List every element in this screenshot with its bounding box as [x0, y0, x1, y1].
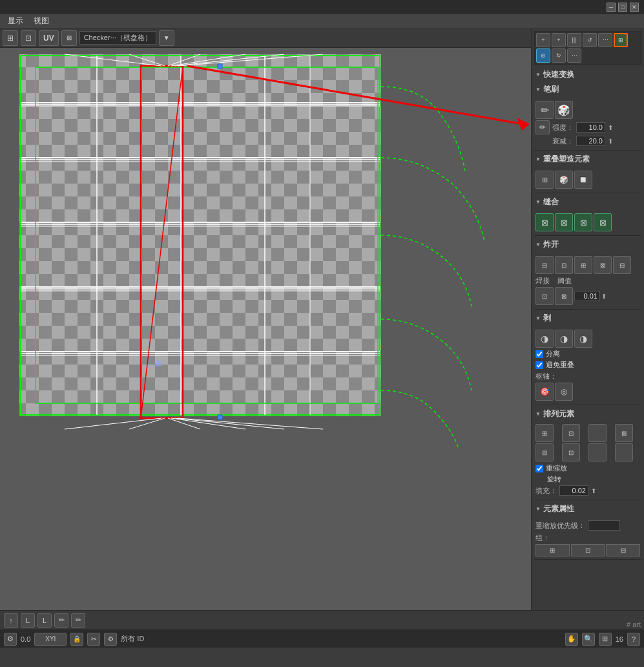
- checker-label[interactable]: Checker···（棋盘格）: [79, 31, 156, 45]
- sew-btn-1[interactable]: ⊠: [535, 213, 554, 231]
- menu-view[interactable]: 视图: [28, 16, 54, 26]
- strength-stepper[interactable]: ⬆: [608, 124, 613, 131]
- arrange-btn-4[interactable]: ⊠: [615, 424, 633, 442]
- status-zoom: 16: [616, 635, 623, 643]
- minimize-button[interactable]: ─: [607, 3, 616, 12]
- status-icon-btn3[interactable]: ⚙: [104, 633, 117, 646]
- group-btn-3[interactable]: ⊟: [606, 544, 640, 556]
- fill-input[interactable]: [559, 485, 588, 496]
- brush-btn-2[interactable]: 🎲: [555, 101, 573, 119]
- scale-checkbox[interactable]: [535, 465, 543, 472]
- sew-btn-4[interactable]: ⊠: [594, 213, 612, 231]
- section-header-arrange[interactable]: 排列元素: [534, 407, 641, 421]
- bottom-tool-pen1[interactable]: ✏: [54, 613, 68, 628]
- status-search-btn[interactable]: 🔍: [582, 633, 595, 646]
- group-btn-2[interactable]: ⊡: [571, 544, 605, 556]
- uv-label-btn[interactable]: UV: [39, 30, 59, 46]
- qt-btn-vert[interactable]: |||: [567, 33, 581, 47]
- maximize-button[interactable]: □: [618, 3, 627, 12]
- arrange-btn-2[interactable]: ⊡: [562, 424, 580, 442]
- arrange-btn-7[interactable]: [588, 443, 607, 461]
- sew-btn-2[interactable]: ⊠: [555, 213, 573, 231]
- explode-btn-5[interactable]: ⊟: [613, 256, 631, 274]
- peel-btn-2[interactable]: ◑: [555, 330, 573, 348]
- group-btn-1[interactable]: ⊞: [535, 544, 570, 556]
- arrange-btn-1[interactable]: ⊞: [535, 424, 554, 442]
- section-header-explode[interactable]: 炸开: [534, 237, 641, 252]
- fill-stepper[interactable]: ⬆: [591, 487, 596, 494]
- peel-btn-3[interactable]: ◑: [574, 330, 592, 348]
- decay-input[interactable]: [576, 136, 605, 146]
- arrange-btn-5[interactable]: ⊟: [535, 443, 554, 461]
- avoid-overlap-checkbox[interactable]: [535, 361, 543, 369]
- checker-icon-2[interactable]: ⊡: [21, 30, 36, 46]
- pivot-btn-2[interactable]: ◎: [555, 383, 573, 401]
- menu-bar: 显示 视图: [0, 14, 644, 28]
- uv-btn-2[interactable]: ⊠: [61, 30, 77, 46]
- section-header-reshape[interactable]: 重叠塑造元素: [534, 152, 641, 167]
- green-outer-rect: [21, 56, 380, 415]
- qt-btn-plus1[interactable]: +: [536, 33, 550, 47]
- checker-icon[interactable]: ⊞: [3, 30, 18, 46]
- pivot-btn-1[interactable]: 🎯: [535, 383, 554, 401]
- right-panel-top: + + ||| ↺ ⋯ ⊞ ⊕ ↻ ⋯: [534, 31, 641, 65]
- qt-btn-redo[interactable]: ↻: [552, 48, 566, 63]
- title-bar-buttons[interactable]: ─ □ ✕: [607, 3, 639, 12]
- section-header-element-props[interactable]: 元素属性: [534, 502, 641, 516]
- close-button[interactable]: ✕: [630, 3, 639, 12]
- weld-btn-1[interactable]: ⊡: [535, 287, 554, 305]
- reshape-btn-2[interactable]: 🎲: [555, 171, 573, 189]
- checker-dropdown[interactable]: ▼: [159, 30, 174, 46]
- bottom-tool-L1[interactable]: L: [21, 613, 35, 628]
- status-question-btn[interactable]: ?: [627, 633, 640, 646]
- bottom-tool-select[interactable]: ↑: [4, 613, 18, 628]
- status-icon-btn2[interactable]: ✂: [87, 633, 100, 646]
- weld-btn-2[interactable]: ⊠: [555, 287, 573, 305]
- separate-checkbox[interactable]: [535, 350, 543, 358]
- arrange-btn-3[interactable]: [588, 424, 607, 442]
- arrange-btn-8[interactable]: [615, 443, 633, 461]
- bottom-tool-L2[interactable]: L: [37, 613, 52, 628]
- strength-input[interactable]: [576, 122, 605, 132]
- menu-show[interactable]: 显示: [3, 16, 28, 26]
- section-header-brush[interactable]: 笔刷: [534, 82, 641, 97]
- decay-stepper[interactable]: ⬆: [608, 138, 613, 145]
- explode-btn-1[interactable]: ⊟: [535, 256, 554, 274]
- explode-btn-4[interactable]: ⊠: [594, 256, 612, 274]
- qt-btn-cross-active[interactable]: ⊕: [536, 48, 550, 63]
- reshape-btn-1[interactable]: ⊞: [535, 171, 554, 189]
- explode-btn-3[interactable]: ⊞: [574, 256, 592, 274]
- selection-handle-bottom[interactable]: [218, 415, 222, 419]
- section-header-quick-transform[interactable]: 快速变换: [534, 67, 641, 82]
- scale-priority-input[interactable]: [588, 520, 620, 531]
- qt-btn-dots2[interactable]: ⋯: [567, 48, 581, 63]
- brush-pen-icon[interactable]: ✏: [535, 120, 550, 134]
- fan-line-br-4: [178, 418, 323, 429]
- sew-btn-3[interactable]: ⊠: [574, 213, 592, 231]
- avoid-overlap-label: 避免重叠: [546, 360, 574, 370]
- threshold-stepper[interactable]: ⬆: [601, 293, 607, 300]
- status-icon-btn[interactable]: 🔒: [70, 633, 83, 646]
- status-coord-btn[interactable]: XYI: [34, 633, 67, 646]
- reshape-btn-3[interactable]: 🔲: [574, 171, 592, 189]
- qt-btn-dots1[interactable]: ⋯: [598, 33, 612, 47]
- fan-line-tl-1: [65, 54, 161, 66]
- fan-line-br-3: [174, 418, 284, 429]
- qt-btn-grid-highlight[interactable]: ⊞: [614, 33, 628, 47]
- fan-line-br-2: [171, 418, 245, 429]
- status-settings-btn[interactable]: ⚙: [4, 633, 17, 646]
- threshold-input[interactable]: [574, 291, 600, 301]
- qt-btn-undo[interactable]: ↺: [583, 33, 597, 47]
- brush-btn-1[interactable]: ✏: [535, 101, 554, 119]
- section-header-peel[interactable]: 剥: [534, 311, 641, 326]
- peel-btn-1[interactable]: ◑: [535, 330, 554, 348]
- bottom-tool-pen2[interactable]: ✏: [71, 613, 85, 628]
- status-hand-btn[interactable]: ✋: [565, 633, 578, 646]
- fill-label: 填充：: [535, 486, 557, 496]
- explode-btn-2[interactable]: ⊡: [555, 256, 573, 274]
- status-grid-btn[interactable]: ⊞: [599, 633, 612, 646]
- arrange-btn-6[interactable]: ⊡: [562, 443, 580, 461]
- selection-handle-top[interactable]: [218, 64, 222, 69]
- section-header-sew[interactable]: 缝合: [534, 195, 641, 209]
- qt-btn-plus2[interactable]: +: [552, 33, 566, 47]
